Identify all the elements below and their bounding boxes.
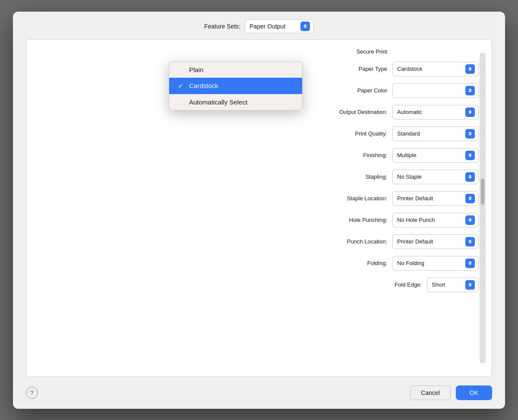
footer-buttons: Cancel OK <box>410 385 492 400</box>
print-quality-stepper-icon[interactable] <box>465 129 475 139</box>
punch-location-value: Printer Default <box>397 238 463 245</box>
dropdown-item-cardstock[interactable]: ✓ Cardstock <box>169 78 302 94</box>
fold-edge-label: Fold Edge: <box>395 281 422 288</box>
fold-edge-row: Fold Edge: Short <box>39 278 479 292</box>
chevron-up-icon <box>468 196 472 198</box>
chevron-up-icon <box>303 24 307 26</box>
fold-edge-value: Short <box>432 281 463 288</box>
chevron-down-icon <box>468 69 472 71</box>
folding-row: Folding: No Folding <box>39 256 479 271</box>
staple-location-label: Staple Location: <box>347 195 387 202</box>
stapling-stepper-icon[interactable] <box>465 172 475 182</box>
chevron-up-icon <box>468 175 472 177</box>
chevron-up-icon <box>468 240 472 241</box>
folding-label: Folding: <box>367 260 387 266</box>
folding-value: No Folding <box>397 260 463 266</box>
chevron-down-icon <box>468 285 472 287</box>
paper-type-value: Cardstock <box>397 66 463 72</box>
chevron-up-icon <box>468 153 472 155</box>
punch-location-row: Punch Location: Printer Default <box>39 234 479 249</box>
stapling-label: Stapling: <box>365 174 387 180</box>
chevron-down-icon <box>468 134 472 136</box>
dropdown-item-auto-select-label: Automatically Select <box>189 98 247 106</box>
folding-select[interactable]: No Folding <box>392 256 479 271</box>
punch-location-stepper-icon[interactable] <box>465 237 475 246</box>
staple-location-row: Staple Location: Printer Default <box>39 191 479 206</box>
dropdown-item-plain-label: Plain <box>189 66 203 73</box>
finishing-select[interactable]: Multiple <box>392 148 479 163</box>
punch-location-select[interactable]: Printer Default <box>392 234 479 249</box>
paper-type-dropdown: Plain ✓ Cardstock Automatically Select <box>169 61 303 111</box>
print-quality-select[interactable]: Standard <box>392 126 479 141</box>
print-dialog: Feature Sets: Paper Output Secure Print … <box>13 12 505 409</box>
chevron-down-icon <box>468 263 472 265</box>
staple-location-select[interactable]: Printer Default <box>392 191 479 206</box>
finishing-row: Finishing: Multiple <box>39 148 479 163</box>
dropdown-item-plain[interactable]: Plain <box>169 62 302 78</box>
hole-punching-stepper-icon[interactable] <box>465 215 475 225</box>
chevron-down-icon <box>303 26 307 28</box>
chevron-up-icon <box>468 283 472 284</box>
finishing-value: Multiple <box>397 152 463 158</box>
feature-sets-bar: Feature Sets: Paper Output <box>13 12 505 39</box>
paper-color-stepper-icon[interactable] <box>465 86 475 95</box>
secure-print-label: Secure Print <box>356 48 387 55</box>
chevron-down-icon <box>468 91 472 92</box>
cardstock-checkmark: ✓ <box>178 82 185 90</box>
output-destination-value: Automatic <box>397 109 463 115</box>
chevron-down-icon <box>468 199 472 200</box>
chevron-up-icon <box>468 67 472 69</box>
feature-sets-stepper-icon[interactable] <box>300 22 310 31</box>
folding-stepper-icon[interactable] <box>465 259 475 268</box>
main-content: Secure Print Paper Type Cardstock P <box>13 39 505 377</box>
dropdown-item-auto-select[interactable]: Automatically Select <box>169 94 302 110</box>
hole-punching-select[interactable]: No Hole Punch <box>392 213 479 227</box>
print-quality-row: Print Quality: Standard <box>39 126 479 141</box>
chevron-up-icon <box>468 261 472 263</box>
chevron-down-icon <box>468 220 472 222</box>
fold-edge-stepper-icon[interactable] <box>465 280 475 290</box>
chevron-down-icon <box>468 242 472 243</box>
finishing-stepper-icon[interactable] <box>465 151 475 160</box>
output-destination-stepper-icon[interactable] <box>465 107 475 117</box>
paper-color-select[interactable] <box>392 83 479 98</box>
feature-sets-label: Feature Sets: <box>204 23 240 30</box>
scrollbar[interactable] <box>480 53 486 363</box>
print-quality-label: Print Quality: <box>355 130 387 137</box>
feature-sets-value: Paper Output <box>250 23 298 30</box>
hole-punching-value: No Hole Punch <box>397 217 463 223</box>
print-quality-value: Standard <box>397 130 463 137</box>
chevron-up-icon <box>468 88 472 90</box>
hole-punching-row: Hole Punching: No Hole Punch <box>39 213 479 227</box>
fold-edge-select[interactable]: Short <box>427 278 479 292</box>
feature-sets-select[interactable]: Paper Output <box>245 19 314 33</box>
chevron-up-icon <box>468 110 472 112</box>
chevron-down-icon <box>468 112 472 114</box>
paper-color-label: Paper Color <box>357 87 387 94</box>
paper-type-label: Paper Type <box>359 66 387 72</box>
dropdown-item-cardstock-label: Cardstock <box>189 82 218 89</box>
paper-type-select[interactable]: Cardstock <box>392 62 479 76</box>
secure-print-row: Secure Print <box>39 48 479 55</box>
ok-button[interactable]: OK <box>456 385 492 400</box>
finishing-label: Finishing: <box>363 152 387 158</box>
staple-location-value: Printer Default <box>397 195 463 202</box>
cancel-button[interactable]: Cancel <box>410 385 451 400</box>
chevron-up-icon <box>468 132 472 133</box>
stapling-select[interactable]: No Staple <box>392 170 479 184</box>
chevron-up-icon <box>468 218 472 220</box>
output-destination-label: Output Destination: <box>339 109 387 115</box>
stapling-value: No Staple <box>397 174 463 180</box>
staple-location-stepper-icon[interactable] <box>465 194 475 203</box>
help-button[interactable]: ? <box>26 387 38 399</box>
chevron-down-icon <box>468 177 472 179</box>
scrollbar-thumb[interactable] <box>481 179 484 205</box>
punch-location-label: Punch Location: <box>347 238 387 245</box>
dialog-footer: ? Cancel OK <box>13 377 505 409</box>
output-destination-select[interactable]: Automatic <box>392 105 479 120</box>
chevron-down-icon <box>468 155 472 157</box>
hole-punching-label: Hole Punching: <box>349 217 387 223</box>
form-panel: Secure Print Paper Type Cardstock P <box>26 39 492 377</box>
paper-type-stepper-icon[interactable] <box>465 64 475 74</box>
stapling-row: Stapling: No Staple <box>39 170 479 184</box>
